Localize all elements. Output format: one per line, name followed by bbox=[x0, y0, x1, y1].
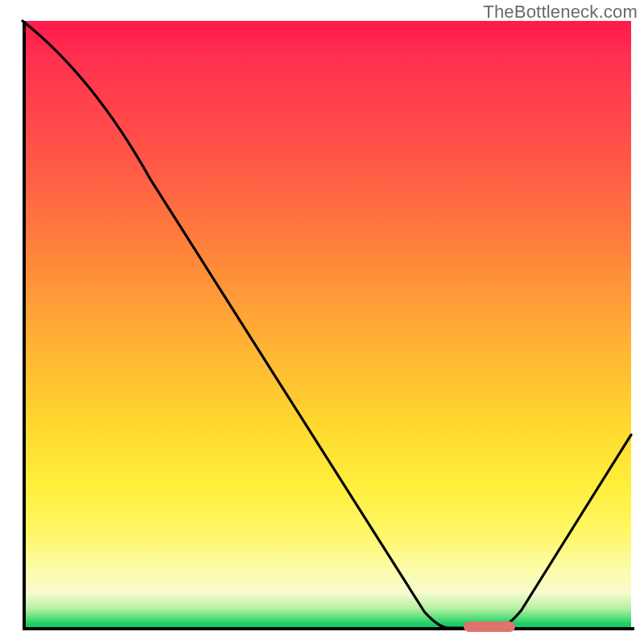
plot-container bbox=[11, 21, 633, 634]
gradient-fill bbox=[26, 21, 631, 630]
x-axis-line bbox=[23, 627, 634, 630]
severity-gradient-background bbox=[26, 21, 631, 630]
plot-area bbox=[23, 21, 631, 630]
optimal-range-marker bbox=[464, 621, 515, 632]
watermark-text: TheBottleneck.com bbox=[483, 2, 638, 23]
y-axis-line bbox=[23, 21, 26, 630]
